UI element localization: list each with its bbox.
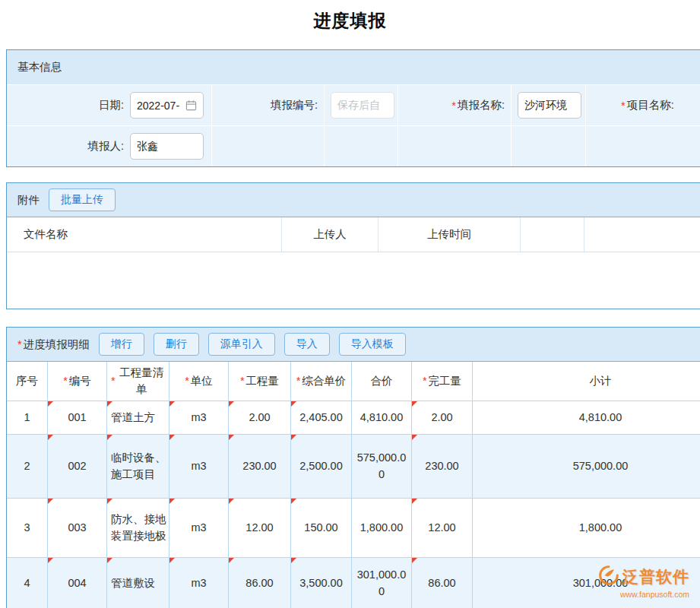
required-star: *	[185, 373, 189, 389]
details-col-header: *工程量清单	[107, 362, 169, 401]
attachments-header: 附件 批量上传	[7, 183, 700, 217]
attachments-title: 附件	[17, 193, 40, 207]
details-cell[interactable]: 12.00	[412, 499, 473, 558]
details-header-row: 序号*编号*工程量清单*单位*工程量*综合单价合价*完工量小计	[7, 362, 700, 401]
details-cell[interactable]: 86.00	[412, 558, 473, 608]
date-value: 2022-07-	[137, 100, 179, 112]
details-cell[interactable]: 管道敷设	[107, 558, 169, 608]
details-title: 进度填报明细	[24, 338, 90, 350]
add-row-button[interactable]: 增行	[99, 333, 144, 356]
details-table: 序号*编号*工程量清单*单位*工程量*综合单价合价*完工量小计 1001管道土方…	[7, 362, 700, 608]
details-cell[interactable]: 001	[48, 401, 107, 435]
details-col-header: 序号	[7, 362, 48, 401]
details-cell: 301,000.00	[352, 558, 412, 608]
details-cell[interactable]: 004	[48, 558, 107, 608]
required-star: *	[296, 373, 301, 389]
basic-info-header: 基本信息	[7, 50, 700, 84]
details-cell: 1,800.00	[352, 499, 412, 558]
date-input[interactable]: 2022-07-	[130, 92, 204, 119]
details-col-header: *编号	[48, 362, 107, 401]
reporter-input[interactable]: 张鑫	[130, 133, 204, 160]
required-star: *	[63, 373, 68, 389]
details-cell: 1	[7, 401, 48, 435]
report-name-input[interactable]: 沙河环境	[518, 92, 581, 119]
details-cell: 4	[7, 558, 48, 608]
basic-info-body: 日期: 2022-07- 填	[7, 84, 700, 166]
details-title-wrap: *进度填报明细	[17, 337, 90, 352]
attachments-col-uploadtime: 上传时间	[379, 217, 521, 252]
details-cell[interactable]: 150.00	[291, 499, 352, 558]
import-button[interactable]: 导入	[284, 333, 330, 356]
details-cell[interactable]: 86.00	[229, 558, 291, 608]
attachments-empty-body	[7, 252, 700, 309]
details-col-header: *综合单价	[291, 362, 352, 401]
details-cell[interactable]: m3	[169, 558, 229, 608]
import-template-button[interactable]: 导入模板	[339, 333, 406, 356]
attachments-table-header: 文件名称 上传人 上传时间	[7, 217, 700, 252]
details-cell[interactable]: 2.00	[412, 401, 473, 435]
details-cell[interactable]: 2,500.00	[291, 435, 352, 499]
details-cell[interactable]: 230.00	[229, 435, 291, 499]
details-cell: 2	[7, 435, 48, 499]
details-cell[interactable]: 12.00	[229, 499, 291, 558]
details-col-header: 合价	[352, 362, 412, 401]
details-cell[interactable]: 3,500.00	[291, 558, 352, 608]
details-row: 2002临时设备、施工项目m3230.002,500.00575,000.002…	[7, 435, 700, 499]
source-import-button[interactable]: 源单引入	[208, 333, 275, 356]
project-name-label: 项目名称:	[627, 98, 674, 112]
details-cell[interactable]: 临时设备、施工项目	[107, 435, 169, 499]
reporter-value: 张鑫	[137, 140, 158, 154]
date-label: 日期:	[99, 98, 124, 112]
details-cell[interactable]: 003	[48, 499, 107, 558]
required-star: *	[111, 373, 116, 389]
details-cell: 575,000.00	[473, 435, 700, 499]
required-star: *	[451, 100, 456, 112]
attachments-col-empty-2	[584, 217, 700, 252]
required-star: *	[17, 338, 22, 350]
basic-info-row-2: 填报人: 张鑫	[7, 125, 700, 166]
details-cell[interactable]: 2.00	[229, 401, 291, 435]
details-cell: 3	[7, 499, 48, 558]
details-cell: 1,800.00	[473, 499, 700, 558]
details-cell: 301,000.00	[473, 558, 700, 608]
report-no-input[interactable]: 保存后自	[331, 92, 394, 119]
required-star: *	[423, 373, 427, 389]
basic-info-panel: 基本信息 日期: 2022-07-	[6, 49, 700, 167]
details-cell: 4,810.00	[473, 401, 700, 435]
details-cell[interactable]: 002	[48, 435, 107, 499]
report-name-value: 沙河环境	[524, 99, 567, 112]
details-cell[interactable]: m3	[169, 435, 229, 499]
details-col-header: *工程量	[229, 362, 291, 401]
details-cell[interactable]: 管道土方	[107, 401, 169, 435]
report-no-placeholder: 保存后自	[337, 99, 380, 112]
details-cell: 4,810.00	[352, 401, 412, 435]
batch-upload-button[interactable]: 批量上传	[49, 188, 116, 211]
details-panel: *进度填报明细 增行 删行 源单引入 导入 导入模板 序号*编号*工程量清单*单…	[6, 327, 700, 608]
page: 进度填报 基本信息 日期: 2022-07-	[0, 0, 700, 608]
basic-info-title: 基本信息	[17, 60, 62, 74]
report-no-label: 填报编号:	[271, 98, 318, 112]
details-cell[interactable]: 2,405.00	[291, 401, 352, 435]
details-row: 3003防水、接地装置接地极m312.00150.001,800.0012.00…	[7, 499, 700, 558]
attachments-col-empty-1	[521, 217, 584, 252]
attachments-col-uploader: 上传人	[282, 217, 379, 252]
details-cell[interactable]: 230.00	[412, 435, 473, 499]
attachments-panel: 附件 批量上传 文件名称 上传人 上传时间	[6, 182, 700, 309]
required-star: *	[621, 100, 626, 112]
details-col-header: 小计	[473, 362, 700, 401]
details-header: *进度填报明细 增行 删行 源单引入 导入 导入模板	[7, 328, 700, 362]
required-star: *	[240, 373, 245, 389]
details-cell[interactable]: m3	[169, 499, 229, 558]
reporter-label: 填报人:	[87, 139, 124, 154]
details-row: 1001管道土方m32.002,405.004,810.002.004,810.…	[7, 401, 700, 435]
details-cell[interactable]: m3	[169, 401, 229, 435]
delete-row-button[interactable]: 删行	[154, 333, 199, 356]
page-title: 进度填报	[0, 9, 700, 33]
details-col-header: *单位	[169, 362, 229, 401]
report-name-label: 填报名称:	[458, 98, 505, 112]
calendar-icon[interactable]	[185, 100, 197, 111]
details-cell: 575,000.00	[352, 435, 412, 499]
details-row: 4004管道敷设m386.003,500.00301,000.0086.0030…	[7, 558, 700, 608]
details-cell[interactable]: 防水、接地装置接地极	[107, 499, 169, 558]
attachments-col-filename: 文件名称	[7, 217, 282, 252]
